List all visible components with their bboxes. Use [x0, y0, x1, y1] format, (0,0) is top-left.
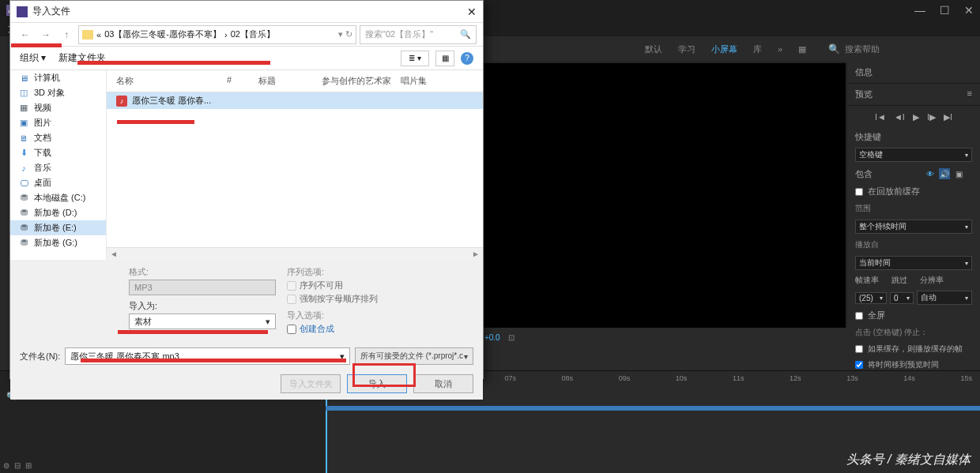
help-search-label[interactable]: 搜索帮助 [845, 43, 880, 55]
cache-checkbox[interactable] [855, 188, 863, 196]
first-frame-icon[interactable]: I◄ [875, 112, 886, 122]
import-button[interactable]: 导入 [347, 374, 407, 393]
col-num[interactable]: # [227, 75, 258, 87]
scroll-right-icon[interactable]: ► [472, 250, 480, 258]
import-as-select[interactable]: 素材▾ [129, 313, 276, 329]
ifcache-checkbox[interactable] [855, 345, 863, 353]
filelist-scrollbar[interactable]: ◄ ► [107, 247, 483, 260]
sidebar-item-music[interactable]: ♪音乐 [10, 160, 106, 175]
scroll-left-icon[interactable]: ◄ [110, 250, 118, 258]
sidebar-item-video[interactable]: ▦视频 [10, 100, 106, 115]
eye-icon[interactable]: 👁 [925, 168, 936, 179]
overlay-icon[interactable]: ▣ [953, 168, 964, 179]
col-title[interactable]: 标题 [258, 75, 322, 87]
seq-label: 序列选项: [287, 266, 445, 278]
shortcut-row: 快捷键 [847, 129, 980, 145]
workspace-tab-library[interactable]: 库 [753, 43, 762, 55]
fps-dropdown[interactable]: (25) [855, 292, 887, 304]
help-icon[interactable]: ? [461, 52, 473, 65]
movetime-checkbox[interactable] [855, 361, 863, 369]
timeline-tick: 12s [790, 374, 801, 387]
file-row[interactable]: ♪ 愿你三冬暖 愿你春... [107, 92, 483, 109]
workspace-tab-default[interactable]: 默认 [645, 43, 662, 55]
fps-labels-row: 帧速率 跳过 分辨率 [847, 272, 980, 288]
breadcrumb-dropdown-icon[interactable]: ▾ ↻ [338, 29, 352, 39]
toggle-icon-3[interactable]: ⊞ [25, 461, 32, 470]
playfrom-label: 播放自 [847, 236, 980, 253]
organize-button[interactable]: 组织 ▾ [20, 51, 46, 65]
sidebar-item-computer[interactable]: 🖥计算机 [10, 70, 106, 85]
close-button[interactable]: ✕ [964, 4, 974, 17]
sidebar-item-disk-c[interactable]: ⛃本地磁盘 (C:) [10, 190, 106, 205]
range-dropdown[interactable]: 整个持续时间 [855, 220, 972, 234]
minimize-button[interactable]: — [914, 4, 925, 17]
workspace-tab-smallscreen[interactable]: 小屏幕 [711, 43, 737, 55]
sidebar-item-disk-e[interactable]: ⛃新加卷 (E:) [10, 220, 106, 235]
workspace-tabs: 默认 学习 小屏幕 库 » ▦ 🔍 搜索帮助 [632, 36, 980, 62]
workspace-more-icon[interactable]: » [778, 44, 782, 54]
filetype-select[interactable]: 所有可接受的文件 (*.prproj*.c▾ [355, 347, 473, 365]
sidebar-item-download[interactable]: ⬇下载 [10, 145, 106, 160]
audio-icon[interactable]: 🔊 [939, 168, 950, 179]
seq-cb2-label: 强制按字母顺序排列 [300, 293, 378, 305]
breadcrumb[interactable]: « 03【愿你三冬暖-愿你春不寒】 › 02【音乐】 ▾ ↻ [78, 25, 356, 44]
preview-panel-header[interactable]: 预览 ≡ [847, 84, 980, 106]
timeline-tick: 08s [562, 374, 574, 387]
shortcut-dropdown[interactable]: 空格键 [855, 148, 972, 162]
filename-input[interactable]: 愿你三冬暖 愿你春不寒.mp3▾ [65, 347, 350, 365]
sidebar-item-3d[interactable]: ◫3D 对象 [10, 85, 106, 100]
toggle-icon-2[interactable]: ⊟ [14, 461, 21, 470]
panel-menu-icon[interactable]: ≡ [967, 88, 972, 100]
window-controls: — ☐ ✕ [914, 4, 974, 17]
3d-icon: ◫ [18, 88, 29, 99]
playfrom-dropdown[interactable]: 当前时间 [855, 256, 972, 270]
maximize-button[interactable]: ☐ [940, 4, 950, 17]
workspace-grid-icon[interactable]: ▦ [798, 44, 806, 54]
breadcrumb-b[interactable]: 02【音乐】 [231, 28, 275, 40]
dialog-close-button[interactable]: ✕ [467, 6, 477, 18]
col-album[interactable]: 唱片集 [401, 75, 448, 87]
sidebar-item-label: 3D 对象 [34, 87, 65, 99]
res-dropdown[interactable]: 自动 [917, 291, 972, 305]
toolbar-icon-5[interactable]: ⊡ [508, 333, 514, 342]
prev-frame-icon[interactable]: ◄I [894, 112, 905, 122]
toggle-switch-icon[interactable]: ⊚ [3, 461, 9, 470]
range-label: 范围 [847, 200, 980, 217]
new-folder-button[interactable]: 新建文件夹 [58, 51, 106, 65]
workspace-tab-learn[interactable]: 学习 [678, 43, 695, 55]
view-detail-button[interactable]: ▦ [435, 51, 454, 66]
dialog-footer: 文件名(N): 愿你三冬暖 愿你春不寒.mp3▾ 所有可接受的文件 (*.prp… [10, 341, 483, 400]
col-artist[interactable]: 参与创作的艺术家 [322, 75, 401, 87]
nav-fwd-button[interactable]: → [37, 26, 55, 43]
nav-back-button[interactable]: ← [17, 26, 34, 43]
nav-up-button[interactable]: ↑ [58, 26, 75, 43]
disk-icon: ⛃ [18, 208, 29, 219]
timeline-tick: 11s [733, 374, 744, 387]
last-frame-icon[interactable]: ▶I [944, 112, 952, 122]
sidebar-item-disk-d[interactable]: ⛃新加卷 (D:) [10, 205, 106, 220]
cache-cb-row: 在回放前缓存 [847, 183, 980, 200]
skip-dropdown[interactable]: 0 [890, 292, 914, 304]
dialog-title: 导入文件 [32, 5, 70, 18]
image-icon: ▣ [18, 118, 29, 129]
time-offset[interactable]: +0.0 [484, 333, 500, 342]
create-comp-checkbox[interactable] [287, 325, 296, 334]
info-panel-header[interactable]: 信息 [847, 62, 980, 84]
view-mode-button[interactable]: ≣ ▾ [401, 51, 429, 66]
sidebar-item-disk-g[interactable]: ⛃新加卷 (G:) [10, 235, 106, 250]
play-icon[interactable]: ▶ [913, 112, 919, 122]
col-name[interactable]: 名称 [116, 75, 227, 87]
sidebar-item-image[interactable]: ▣图片 [10, 115, 106, 130]
fullscreen-checkbox[interactable] [855, 312, 863, 320]
range-value-row: 整个持续时间 [847, 217, 980, 236]
sidebar-item-doc[interactable]: 🗎文档 [10, 130, 106, 145]
sidebar-item-label: 视频 [34, 102, 51, 114]
time-cursor[interactable] [326, 390, 327, 473]
sidebar-item-desktop[interactable]: 🖵桌面 [10, 175, 106, 190]
next-frame-icon[interactable]: I▶ [927, 112, 936, 122]
cancel-button[interactable]: 取消 [413, 374, 473, 393]
import-folder-button[interactable]: 导入文件夹 [281, 374, 341, 393]
file-search-box[interactable]: 搜索"02【音乐】" 🔍 [360, 25, 477, 44]
breadcrumb-a[interactable]: 03【愿你三冬暖-愿你春不寒】 [104, 28, 221, 40]
timeline-scrollbar[interactable] [326, 406, 980, 411]
